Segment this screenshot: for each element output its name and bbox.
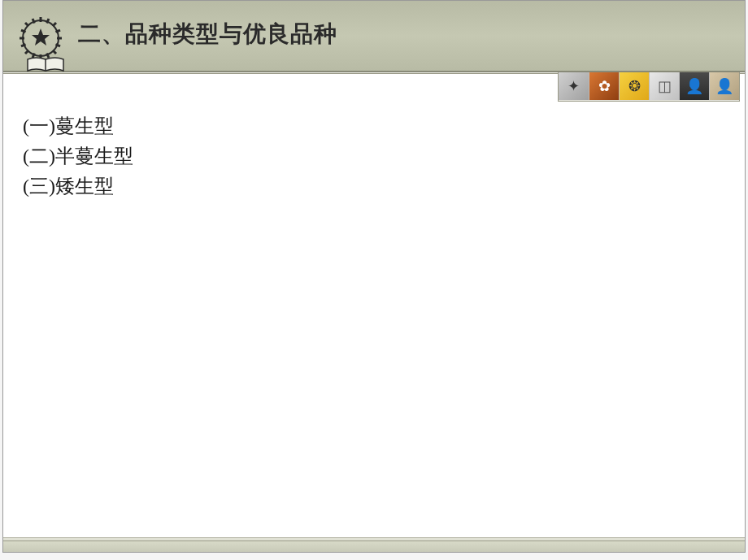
content-line-1: (一)蔓生型 xyxy=(23,111,725,141)
book-icon xyxy=(26,56,65,74)
svg-line-7 xyxy=(25,50,28,54)
thumb-sunflower: ❂ xyxy=(619,72,649,100)
svg-line-15 xyxy=(21,30,26,32)
content-line-3: (三)矮生型 xyxy=(23,171,725,202)
content-line-2: (二)半蔓生型 xyxy=(23,141,725,171)
svg-line-11 xyxy=(55,45,60,46)
thumb-compass: ✦ xyxy=(559,72,589,100)
gear-star-icon xyxy=(16,14,65,63)
footer-bar xyxy=(3,540,745,552)
svg-line-6 xyxy=(53,50,56,54)
thumbnail-bar: ✦ ✿ ❂ ◫ 👤 👤 xyxy=(558,72,740,102)
thumb-hands: ✿ xyxy=(589,72,619,100)
svg-line-14 xyxy=(21,45,26,46)
svg-line-8 xyxy=(53,23,56,26)
svg-line-9 xyxy=(47,19,49,24)
thumb-person-sepia: 👤 xyxy=(709,72,739,100)
svg-line-10 xyxy=(55,30,60,32)
header-bar: 二、品种类型与优良品种 xyxy=(3,1,745,72)
page-title: 二、品种类型与优良品种 xyxy=(78,19,337,50)
header-icon xyxy=(16,14,73,71)
svg-line-16 xyxy=(33,19,34,24)
thumb-grid: ◫ xyxy=(649,72,679,100)
svg-line-5 xyxy=(25,23,28,26)
thumb-person-dark: 👤 xyxy=(679,72,709,100)
slide-container: 二、品种类型与优良品种 ✦ ✿ ❂ ◫ 👤 👤 (一)蔓生型 (二)半蔓生型 (… xyxy=(2,0,746,553)
